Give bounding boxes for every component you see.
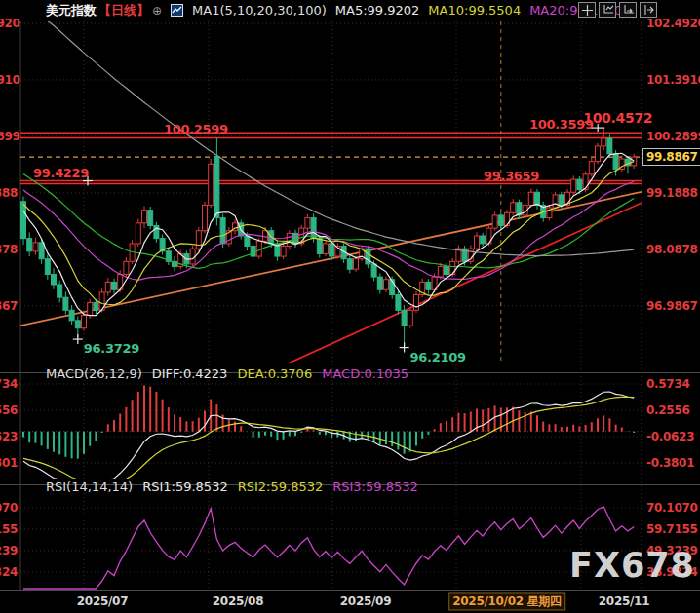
ma5-value: MA5:99.9202 (335, 3, 420, 18)
chart-header: 美元指数 【日线】 ⊕ MA1(5,10,20,30,100) MA5:99.9… (46, 1, 622, 19)
candle-body (263, 231, 268, 242)
price-axis-tick: 100.2899 (646, 130, 700, 143)
candle-body (408, 310, 412, 326)
candle-body (21, 202, 26, 239)
candle-body (281, 247, 286, 257)
candle-body (396, 295, 401, 311)
candle-body (33, 243, 38, 251)
rsi-axis-tick: 59.7155 (646, 522, 698, 536)
candle-body (492, 215, 497, 228)
candle-body (58, 285, 62, 297)
candle-body (256, 241, 261, 256)
period-label: 【日线】 (98, 2, 149, 19)
candle-body (438, 267, 443, 278)
price-line-label: 99.4229 (33, 166, 89, 180)
date-axis-label: 2025/11 (599, 594, 649, 608)
candle-body (596, 146, 601, 162)
rsi-line (23, 507, 634, 589)
price-axis-tick: 102.4920 (646, 17, 700, 30)
candle-body (481, 236, 486, 244)
candle-body (366, 249, 370, 264)
date-axis-label: 2025/07 (77, 594, 128, 608)
candle-body (498, 215, 503, 226)
macd-diff-value: DIFF:0.4223 (152, 366, 228, 381)
candle-body (142, 211, 147, 223)
candle-body (414, 295, 419, 311)
macd-axis-tick-left: -0.0623 (0, 430, 18, 443)
candle-body (384, 280, 389, 290)
candle-body (559, 195, 564, 206)
rsi1-value: RSI1:59.8532 (142, 479, 228, 494)
chart-toolbar (578, 2, 657, 18)
macd-axis-tick: -0.3801 (646, 456, 694, 470)
candle-body (305, 218, 310, 229)
price-axis-tick: 101.3910 (646, 73, 700, 87)
price-axis-tick: 96.9867 (646, 299, 698, 313)
candle-body (535, 192, 540, 205)
candle-body (63, 297, 68, 310)
date-axis-label: 2025/09 (340, 594, 391, 608)
candle-body (632, 157, 637, 166)
trend-line (20, 190, 649, 326)
candle-body (571, 179, 576, 192)
macd-axis-tick-left: 0.2556 (0, 403, 18, 417)
symbol-name: 美元指数 (46, 2, 97, 19)
candle-body (330, 244, 334, 256)
candle-body (69, 310, 74, 321)
price-axis-tick-left: 98.0878 (0, 243, 18, 256)
brand-watermark: FX678 (569, 546, 695, 585)
date-axis-label: 2025/08 (213, 594, 263, 608)
price-axis-tick-left: 100.2899 (0, 130, 18, 143)
candle-body (112, 282, 117, 289)
candle-body (39, 243, 44, 259)
candle-body (196, 231, 201, 249)
chart-style-icon[interactable] (171, 4, 183, 17)
candle-body (27, 239, 32, 251)
candle-body (136, 223, 140, 244)
candle-body (124, 261, 129, 274)
candle-body (347, 259, 352, 270)
price-axis-tick: 98.0878 (646, 243, 698, 256)
current-price-box: 99.8867 (642, 148, 700, 166)
chart-app-window: 美元指数 【日线】 ⊕ MA1(5,10,20,30,100) MA5:99.9… (0, 0, 700, 613)
candle-body (203, 205, 208, 230)
price-axis-tick-left: 102.4920 (0, 17, 18, 30)
low-price-label: 96.3729 (84, 341, 139, 356)
high-price-label: 100.4572 (583, 110, 652, 126)
candle-body (511, 203, 516, 213)
macd-axis-tick-left: 0.5734 (0, 377, 18, 391)
macd-dea-value: DEA:0.3706 (237, 366, 312, 381)
price-axis-tick-left: 99.1888 (0, 186, 18, 200)
crosshair-tool-button[interactable] (578, 2, 596, 18)
candle-body (88, 302, 93, 315)
rsi3-value: RSI3:59.8532 (332, 479, 418, 494)
candle-body (445, 267, 449, 275)
chart-canvas[interactable] (0, 0, 700, 613)
candle-body (52, 274, 57, 285)
link-icon[interactable]: ⊕ (152, 4, 162, 18)
candle-body (354, 259, 359, 270)
rsi-axis-tick-left: 70.1070 (0, 501, 18, 515)
candle-body (602, 138, 606, 146)
macd-title: MACD(26,12,9) (46, 366, 142, 381)
rsi-axis-tick-left: 49.3239 (0, 544, 18, 557)
candle-body (209, 164, 214, 205)
price-axis-tick: 99.1888 (646, 186, 698, 200)
macd-axis-tick: -0.0623 (646, 430, 694, 443)
macd-axis-tick-left: -0.3801 (0, 456, 18, 470)
rsi-axis-tick: 70.1070 (646, 501, 698, 515)
ma20-line (23, 181, 634, 280)
low-price-label: 96.2109 (410, 350, 466, 364)
price-axis-tick-left: 96.9867 (0, 299, 18, 313)
ma-settings-label: MA1(5,10,20,30,100) (192, 3, 327, 18)
candle-body (220, 218, 225, 244)
pane-shift-button[interactable] (640, 2, 657, 18)
candle-body (528, 192, 533, 205)
x-axis-scale-button[interactable] (619, 2, 637, 18)
rsi-axis-tick-left: 59.7155 (0, 522, 18, 536)
candle-body (475, 236, 480, 249)
candle-body (613, 154, 618, 170)
candle-body (45, 259, 50, 275)
rsi-pane-header: RSI(14,14,14) RSI1:59.8532 RSI2:59.8532 … (46, 479, 418, 494)
y-axis-scale-button[interactable] (599, 2, 616, 18)
